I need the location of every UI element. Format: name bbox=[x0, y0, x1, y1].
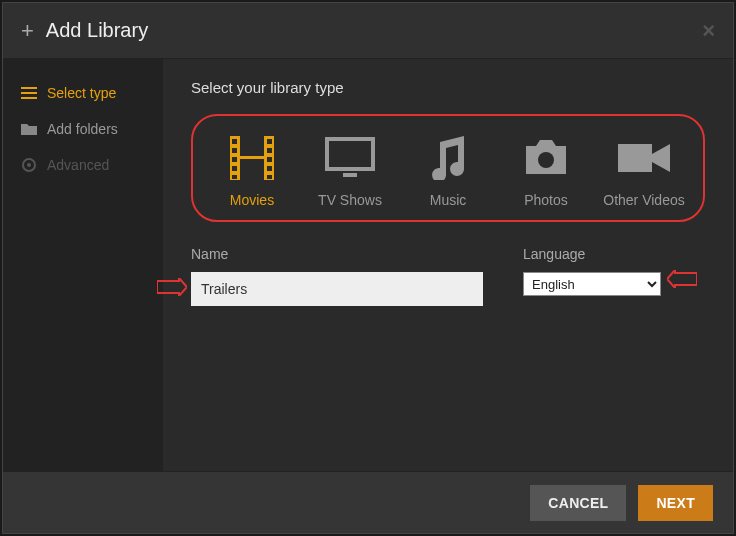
sidebar-item-label: Advanced bbox=[47, 157, 109, 173]
annotation-arrow-icon bbox=[157, 278, 187, 300]
type-movies[interactable]: Movies bbox=[204, 134, 300, 208]
svg-rect-14 bbox=[267, 157, 272, 162]
name-input[interactable] bbox=[191, 272, 483, 306]
gear-icon bbox=[21, 157, 37, 173]
sidebar-item-label: Select type bbox=[47, 85, 116, 101]
add-library-dialog: + Add Library × Select type Add folders bbox=[2, 2, 734, 534]
language-label: Language bbox=[523, 246, 661, 262]
movies-icon bbox=[204, 134, 300, 182]
fields-row: Name Language English bbox=[191, 246, 705, 306]
sidebar-item-add-folders[interactable]: Add folders bbox=[3, 111, 163, 147]
svg-rect-10 bbox=[232, 166, 237, 171]
close-icon[interactable]: × bbox=[702, 18, 715, 44]
type-photos[interactable]: Photos bbox=[498, 134, 594, 208]
svg-point-4 bbox=[27, 163, 31, 167]
svg-rect-13 bbox=[267, 148, 272, 153]
svg-rect-7 bbox=[232, 139, 237, 144]
video-icon bbox=[596, 134, 692, 182]
dialog-header: + Add Library × bbox=[3, 3, 733, 59]
svg-rect-21 bbox=[618, 144, 652, 172]
annotation-arrow-icon bbox=[667, 270, 697, 292]
type-tvshows[interactable]: TV Shows bbox=[302, 134, 398, 208]
type-label: Music bbox=[400, 192, 496, 208]
tv-icon bbox=[302, 134, 398, 182]
cancel-button[interactable]: CANCEL bbox=[530, 485, 626, 521]
language-field: Language English bbox=[523, 246, 661, 306]
svg-point-20 bbox=[538, 152, 554, 168]
svg-rect-11 bbox=[232, 175, 237, 179]
type-other-videos[interactable]: Other Videos bbox=[596, 134, 692, 208]
svg-rect-9 bbox=[232, 157, 237, 162]
name-label: Name bbox=[191, 246, 483, 262]
sidebar: Select type Add folders Advanced bbox=[3, 59, 163, 471]
svg-rect-15 bbox=[267, 166, 272, 171]
type-music[interactable]: Music bbox=[400, 134, 496, 208]
main-panel: Select your library type bbox=[163, 59, 733, 471]
type-label: Photos bbox=[498, 192, 594, 208]
svg-rect-8 bbox=[232, 148, 237, 153]
svg-rect-17 bbox=[240, 156, 264, 159]
type-label: TV Shows bbox=[302, 192, 398, 208]
music-icon bbox=[400, 134, 496, 182]
type-label: Other Videos bbox=[596, 192, 692, 208]
list-icon bbox=[21, 86, 37, 100]
section-title: Select your library type bbox=[191, 79, 705, 96]
next-button[interactable]: NEXT bbox=[638, 485, 713, 521]
library-type-row: Movies TV Shows Music bbox=[191, 114, 705, 222]
sidebar-item-select-type[interactable]: Select type bbox=[3, 75, 163, 111]
folder-icon bbox=[21, 122, 37, 136]
sidebar-item-label: Add folders bbox=[47, 121, 118, 137]
svg-rect-19 bbox=[343, 173, 357, 177]
type-label: Movies bbox=[204, 192, 300, 208]
sidebar-item-advanced[interactable]: Advanced bbox=[3, 147, 163, 183]
name-field: Name bbox=[191, 246, 483, 306]
dialog-title: Add Library bbox=[46, 19, 702, 42]
camera-icon bbox=[498, 134, 594, 182]
dialog-footer: CANCEL NEXT bbox=[3, 471, 733, 533]
svg-rect-12 bbox=[267, 139, 272, 144]
language-select[interactable]: English bbox=[523, 272, 661, 296]
plus-icon: + bbox=[21, 18, 34, 44]
svg-rect-16 bbox=[267, 175, 272, 179]
dialog-body: Select type Add folders Advanced Select … bbox=[3, 59, 733, 471]
svg-rect-18 bbox=[327, 139, 373, 169]
